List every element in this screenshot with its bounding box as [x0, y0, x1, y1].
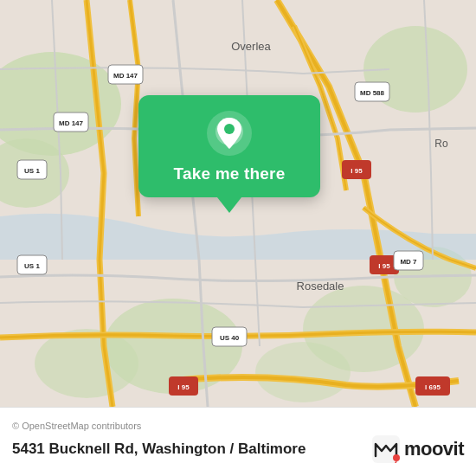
svg-text:I 95: I 95: [378, 262, 390, 270]
footer-address-row: 5431 Bucknell Rd, Washington / Baltimore…: [12, 435, 464, 463]
svg-text:I 95: I 95: [177, 383, 190, 391]
svg-text:US 40: US 40: [220, 334, 240, 342]
moovit-brand-text: moovit: [404, 438, 464, 460]
svg-text:MD 588: MD 588: [360, 89, 385, 97]
copyright-text: © OpenStreetMap contributors: [12, 421, 464, 431]
moovit-logo: moovit: [372, 435, 464, 463]
svg-text:Ro: Ro: [434, 138, 448, 150]
svg-point-6: [35, 329, 138, 398]
svg-text:Overlea: Overlea: [231, 40, 271, 53]
svg-text:MD 7: MD 7: [400, 258, 417, 266]
svg-text:I 95: I 95: [351, 167, 363, 175]
svg-point-36: [224, 124, 235, 134]
svg-text:I 695: I 695: [425, 383, 441, 391]
svg-text:Rosedale: Rosedale: [297, 280, 344, 293]
svg-point-8: [255, 342, 351, 402]
svg-text:US 1: US 1: [24, 262, 40, 270]
svg-text:MD 147: MD 147: [59, 119, 84, 127]
svg-point-38: [393, 454, 400, 461]
moovit-logo-icon: [372, 435, 400, 463]
svg-text:US 1: US 1: [24, 167, 40, 175]
svg-text:MD 147: MD 147: [113, 72, 138, 80]
footer: © OpenStreetMap contributors 5431 Buckne…: [0, 407, 476, 476]
take-me-there-card[interactable]: Take me there: [138, 95, 320, 197]
map-container: US 1 US 1 MD 147 MD 147 MD 588 I 95 I 95…: [0, 0, 476, 407]
take-me-there-label: Take me there: [174, 164, 286, 183]
location-pin-icon: [207, 111, 252, 156]
address-label: 5431 Bucknell Rd, Washington / Baltimore: [12, 441, 306, 458]
